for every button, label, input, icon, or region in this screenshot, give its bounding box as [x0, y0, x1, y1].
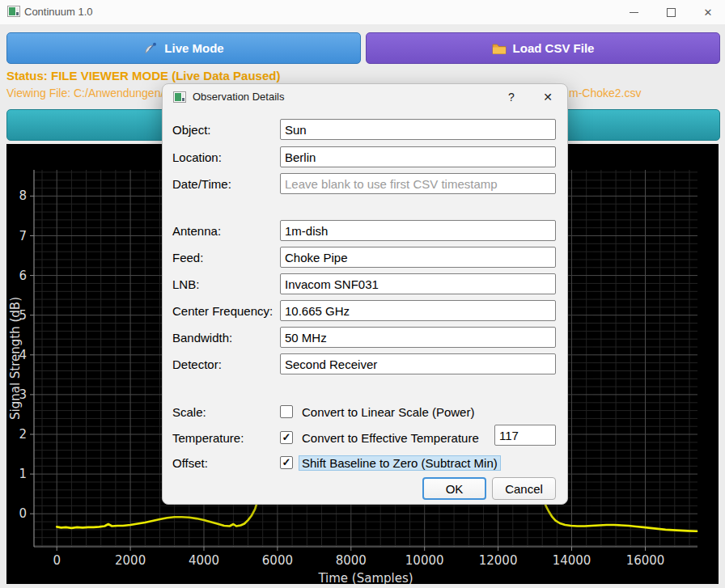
- viewing-file-text-suffix: m-Choke2.csv: [569, 87, 641, 99]
- lnb-label: LNB:: [172, 277, 280, 291]
- svg-text:0: 0: [19, 506, 27, 521]
- temperature-checkbox-label[interactable]: Convert to Effective Temperature: [299, 430, 482, 446]
- bandwidth-row: Bandwidth:: [172, 327, 558, 348]
- object-label: Object:: [172, 123, 280, 137]
- observation-details-dialog: Observation Details ? ✕ Object:Location:…: [162, 83, 568, 505]
- svg-text:14000: 14000: [553, 553, 591, 568]
- datetime-row: Date/Time:: [172, 173, 558, 194]
- dialog-help-button[interactable]: ?: [502, 88, 520, 106]
- offset-checkbox[interactable]: ✓: [280, 456, 293, 469]
- antenna-label: Antenna:: [172, 224, 280, 238]
- center-frequency-input[interactable]: [280, 300, 556, 321]
- app-window: Continuum 1.0 ✕ Live Mode Load CSV File …: [0, 0, 725, 588]
- dialog-titlebar: Observation Details ? ✕: [163, 84, 567, 110]
- folder-icon: [492, 43, 507, 54]
- svg-text:10000: 10000: [405, 553, 444, 568]
- feed-row: Feed:: [172, 247, 558, 268]
- dialog-app-icon: [173, 91, 186, 103]
- svg-text:12000: 12000: [479, 553, 518, 568]
- svg-text:6: 6: [19, 269, 27, 283]
- object-input[interactable]: [280, 119, 556, 140]
- feed-label: Feed:: [172, 251, 280, 264]
- antenna-row: Antenna:: [172, 220, 558, 241]
- x-axis-label: Time (Samples): [317, 571, 413, 584]
- svg-text:1: 1: [19, 467, 27, 481]
- bandwidth-input[interactable]: [280, 327, 556, 348]
- svg-text:8: 8: [19, 188, 27, 203]
- load-csv-label: Load CSV File: [513, 41, 595, 55]
- svg-text:16000: 16000: [626, 553, 665, 568]
- maximize-icon: [667, 8, 676, 17]
- scale-checkbox[interactable]: [280, 405, 293, 418]
- location-input[interactable]: [280, 146, 556, 167]
- minimize-icon: [630, 12, 638, 13]
- temperature-label: Temperature:: [172, 431, 280, 445]
- lnb-input[interactable]: [280, 273, 556, 294]
- minimize-button[interactable]: [615, 0, 652, 24]
- detector-row: Detector:: [172, 353, 558, 374]
- app-icon: [7, 6, 20, 17]
- scale-checkbox-label[interactable]: Convert to Linear Scale (Power): [299, 404, 477, 420]
- lnb-row: LNB:: [172, 273, 558, 294]
- cancel-button[interactable]: Cancel: [492, 477, 556, 500]
- dialog-close-button[interactable]: ✕: [538, 88, 558, 106]
- object-row: Object:: [172, 119, 558, 140]
- offset-row: Offset:✓Shift Baseline to Zero (Subtract…: [172, 454, 558, 472]
- maximize-button[interactable]: [652, 0, 689, 24]
- svg-text:7: 7: [19, 229, 27, 243]
- y-axis-label: Signal Strength (dB): [8, 297, 23, 420]
- datetime-input[interactable]: [280, 173, 556, 194]
- scale-row: Scale:Convert to Linear Scale (Power): [172, 403, 558, 421]
- close-icon: ✕: [704, 7, 713, 18]
- center-frequency-label: Center Frequency:: [172, 304, 280, 318]
- detector-input[interactable]: [280, 353, 556, 374]
- datetime-label: Date/Time:: [172, 177, 280, 191]
- offset-checkbox-label[interactable]: Shift Baseline to Zero (Subtract Min): [299, 455, 501, 471]
- center-frequency-row: Center Frequency:: [172, 300, 558, 321]
- svg-text:0: 0: [53, 553, 61, 568]
- status-mode-text: Status: FILE VIEWER MODE (Live Data Paus…: [6, 69, 280, 82]
- feed-input[interactable]: [280, 247, 556, 268]
- location-label: Location:: [172, 150, 280, 164]
- live-mode-button[interactable]: Live Mode: [6, 32, 361, 64]
- viewing-file-text: Viewing File: C:/Anwendungen/S: [6, 87, 172, 99]
- satellite-dish-icon: [143, 42, 158, 55]
- load-csv-button[interactable]: Load CSV File: [366, 32, 720, 64]
- ok-button[interactable]: OK: [422, 477, 486, 500]
- svg-text:8000: 8000: [336, 553, 367, 568]
- scale-label: Scale:: [172, 405, 280, 419]
- titlebar: Continuum 1.0 ✕: [0, 0, 725, 24]
- detector-label: Detector:: [172, 357, 280, 371]
- svg-text:6000: 6000: [262, 553, 293, 568]
- svg-text:2000: 2000: [115, 553, 146, 568]
- close-button[interactable]: ✕: [689, 0, 725, 24]
- live-mode-label: Live Mode: [164, 41, 223, 55]
- offset-label: Offset:: [172, 456, 280, 470]
- svg-text:4000: 4000: [189, 553, 219, 568]
- antenna-input[interactable]: [280, 220, 556, 241]
- temperature-checkbox[interactable]: ✓: [280, 431, 293, 444]
- location-row: Location:: [172, 146, 558, 167]
- temperature-value-input[interactable]: [494, 425, 556, 446]
- svg-text:2: 2: [19, 427, 27, 442]
- bandwidth-label: Bandwidth:: [172, 331, 280, 345]
- dialog-title: Observation Details: [193, 91, 284, 103]
- window-title: Continuum 1.0: [24, 6, 93, 18]
